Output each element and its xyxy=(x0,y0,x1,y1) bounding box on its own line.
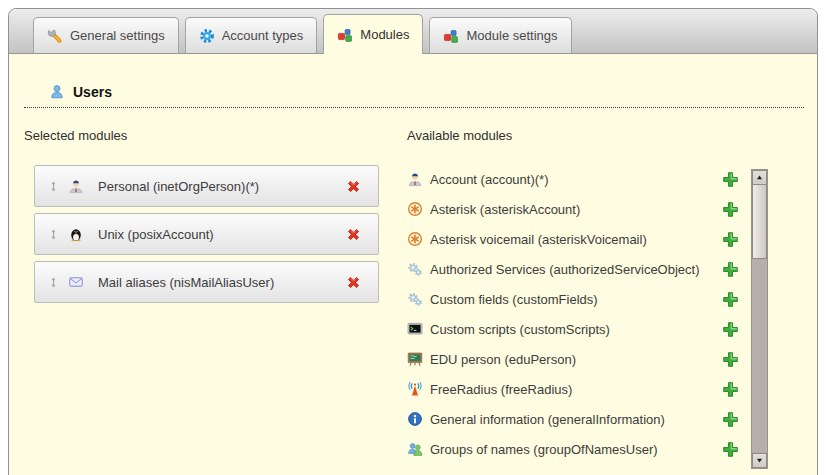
info-icon xyxy=(407,411,423,427)
tab-label: General settings xyxy=(70,28,165,43)
available-module-row: Groups of names (groupOfNamesUser) xyxy=(407,434,743,464)
terminal-icon xyxy=(407,321,423,337)
delete-icon[interactable] xyxy=(345,178,362,195)
available-modules-column: Available modules Account (account)(*)As… xyxy=(407,128,804,469)
modules-icon xyxy=(337,27,353,43)
plus-icon[interactable] xyxy=(722,321,739,338)
selected-modules-list: Personal (inetOrgPerson)(*)Unix (posixAc… xyxy=(34,165,380,303)
group-icon xyxy=(407,441,423,457)
tab-label: Account types xyxy=(222,28,304,43)
mail-icon xyxy=(68,274,84,290)
delete-icon[interactable] xyxy=(345,226,362,243)
plus-icon[interactable] xyxy=(722,261,739,278)
radio-icon xyxy=(407,381,423,397)
person-icon xyxy=(68,178,84,194)
module-label: General information (generalInformation) xyxy=(430,412,722,427)
gears-icon xyxy=(407,291,423,307)
scrollbar-track[interactable] xyxy=(752,259,767,453)
available-module-row: General information (generalInformation) xyxy=(407,404,743,434)
available-modules-heading: Available modules xyxy=(407,128,743,143)
available-module-row: EDU person (eduPerson) xyxy=(407,344,743,374)
available-module-row: Asterisk voicemail (asteriskVoicemail) xyxy=(407,224,743,254)
tux-icon xyxy=(68,226,84,242)
users-section-header: Users xyxy=(24,84,804,108)
available-module-row: Account (account)(*) xyxy=(407,164,743,194)
user-icon xyxy=(49,84,65,100)
available-module-row: Asterisk (asteriskAccount) xyxy=(407,194,743,224)
selected-modules-heading: Selected modules xyxy=(24,128,380,143)
module-label: Authorized Services (authorizedServiceOb… xyxy=(430,262,722,277)
plus-icon[interactable] xyxy=(722,231,739,248)
tab-bar: General settingsAccount typesModulesModu… xyxy=(9,9,817,54)
scroll-down-button[interactable] xyxy=(752,453,767,468)
tab-general-settings[interactable]: General settings xyxy=(33,17,179,53)
tab-account-types[interactable]: Account types xyxy=(185,17,318,53)
gear-icon xyxy=(199,28,215,44)
available-modules-area: Available modules Account (account)(*)As… xyxy=(407,128,743,469)
available-module-row: FreeRadius (freeRadius) xyxy=(407,374,743,404)
drag-icon[interactable] xyxy=(48,227,59,242)
delete-icon[interactable] xyxy=(345,274,362,291)
plus-icon[interactable] xyxy=(722,171,739,188)
plus-icon[interactable] xyxy=(722,291,739,308)
selected-module-row[interactable]: Unix (posixAccount) xyxy=(34,213,379,255)
tab-label: Modules xyxy=(360,27,409,42)
asterisk-icon xyxy=(407,231,423,247)
plus-icon[interactable] xyxy=(722,201,739,218)
scroll-up-button[interactable] xyxy=(752,170,767,185)
person-icon xyxy=(407,171,423,187)
scroll-up-icon xyxy=(755,173,764,182)
module-label: Asterisk (asteriskAccount) xyxy=(430,202,722,217)
available-modules-list: Account (account)(*)Asterisk (asteriskAc… xyxy=(407,164,743,464)
wrench-icon xyxy=(47,28,63,44)
tab-module-settings[interactable]: Module settings xyxy=(429,17,571,53)
module-label: Personal (inetOrgPerson)(*) xyxy=(98,179,345,194)
gears-icon xyxy=(407,261,423,277)
chalkboard-icon xyxy=(407,351,423,367)
module-label: Custom fields (customFields) xyxy=(430,292,722,307)
section-title: Users xyxy=(73,84,112,100)
module-label: EDU person (eduPerson) xyxy=(430,352,722,367)
plus-icon[interactable] xyxy=(722,351,739,368)
selected-module-row[interactable]: Personal (inetOrgPerson)(*) xyxy=(34,165,379,207)
lam-config-page: { "tabs": [ {"label": "General settings"… xyxy=(0,0,826,475)
module-label: Mail aliases (nisMailAliasUser) xyxy=(98,275,345,290)
modules-columns: Selected modules Personal (inetOrgPerson… xyxy=(24,128,804,469)
selected-module-row[interactable]: Mail aliases (nisMailAliasUser) xyxy=(34,261,379,303)
module-label: Groups of names (groupOfNamesUser) xyxy=(430,442,722,457)
module-label: Custom scripts (customScripts) xyxy=(430,322,722,337)
available-module-row: Authorized Services (authorizedServiceOb… xyxy=(407,254,743,284)
available-module-row: Custom fields (customFields) xyxy=(407,284,743,314)
tab-label: Module settings xyxy=(466,28,557,43)
plus-icon[interactable] xyxy=(722,381,739,398)
module-label: FreeRadius (freeRadius) xyxy=(430,382,722,397)
scroll-down-icon xyxy=(755,456,764,465)
plus-icon[interactable] xyxy=(722,411,739,428)
modules-icon xyxy=(443,28,459,44)
module-label: Account (account)(*) xyxy=(430,172,722,187)
available-module-row: Custom scripts (customScripts) xyxy=(407,314,743,344)
drag-icon[interactable] xyxy=(48,179,59,194)
scrollbar-thumb[interactable] xyxy=(752,185,767,259)
module-label: Unix (posixAccount) xyxy=(98,227,345,242)
module-label: Asterisk voicemail (asteriskVoicemail) xyxy=(430,232,722,247)
available-modules-scrollbar[interactable] xyxy=(751,169,768,469)
config-window: General settingsAccount typesModulesModu… xyxy=(8,8,818,475)
asterisk-icon xyxy=(407,201,423,217)
modules-tab-content: Users Selected modules Personal (inetOrg… xyxy=(9,84,817,469)
tab-modules[interactable]: Modules xyxy=(323,14,423,54)
selected-modules-column: Selected modules Personal (inetOrgPerson… xyxy=(24,128,380,469)
drag-icon[interactable] xyxy=(48,275,59,290)
plus-icon[interactable] xyxy=(722,441,739,458)
